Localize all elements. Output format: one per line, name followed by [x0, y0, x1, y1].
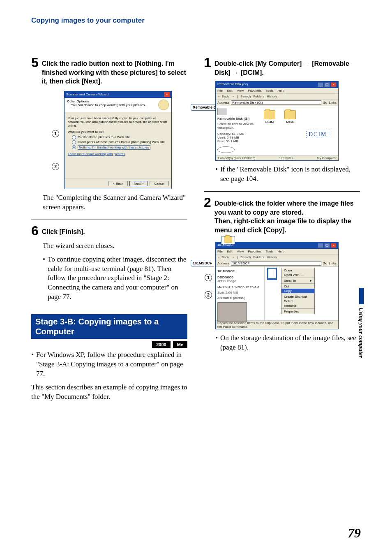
ctx-shortcut[interactable]: Create Shortcut — [281, 294, 314, 299]
folders-button[interactable]: Folders — [253, 95, 264, 98]
wizard-learn-more-link[interactable]: Learn more about working with pictures — [68, 152, 168, 156]
explorer2-folder-tab — [221, 236, 235, 244]
wizard-cancel-button[interactable]: Cancel — [150, 181, 169, 186]
os-badge-2000: 2000 — [152, 341, 170, 348]
explorer2-sidepane: 101MSDCF DSC00050 JPEG Image Modified: 1… — [216, 267, 265, 320]
ctx-properties[interactable]: Properties — [281, 309, 314, 314]
maximize-icon[interactable]: ▢ — [324, 243, 330, 248]
minimize-icon[interactable]: _ — [318, 243, 323, 248]
callout-1: 1 — [52, 130, 59, 137]
folder-misc[interactable]: MISC — [282, 110, 298, 124]
maximize-icon[interactable]: ▢ — [324, 82, 330, 87]
image-file-icon — [268, 269, 276, 278]
address-label: Address — [217, 101, 229, 104]
explorer1-menubar[interactable]: File Edit View Favorites Tools Help — [216, 88, 338, 94]
explorer2-side-label: 101MSDCF — [191, 260, 214, 266]
wizard-next-button[interactable]: Next > — [129, 181, 148, 186]
wizard-title-text: Scanner and Camera Wizard — [66, 93, 108, 96]
stage-body: This section describes an example of cop… — [31, 383, 187, 402]
close-icon[interactable]: × — [331, 82, 337, 87]
context-menu[interactable]: Open Open With … Send To▸ Cut Copy Creat… — [281, 268, 315, 314]
wizard-option-nothing[interactable]: Nothing. I'm finished working with these… — [72, 145, 168, 150]
step-2-number: 2 — [204, 196, 211, 209]
address-input[interactable]: Removable Disk (G:) — [231, 100, 321, 105]
minimize-icon[interactable]: _ — [318, 82, 323, 87]
wizard-icon — [158, 100, 169, 110]
address-label: Address — [217, 262, 229, 265]
stage-bullet: • For Windows XP, follow the procedure e… — [31, 350, 187, 379]
image-file-selected[interactable] — [267, 268, 277, 280]
pie-icon — [217, 146, 235, 153]
page-number: 79 — [348, 526, 361, 541]
step-6: 6 Click [Finish]. — [31, 226, 187, 237]
step-5: 5 Click the radio button next to [Nothin… — [31, 58, 187, 86]
links-button[interactable]: Links — [329, 262, 337, 265]
wizard-option-publish[interactable]: Publish these pictures to a Web site — [72, 135, 168, 139]
callout-2: 2 — [52, 163, 59, 170]
ctx-send-to[interactable]: Send To▸ — [281, 278, 314, 283]
ctx-delete[interactable]: Delete — [281, 299, 314, 303]
drive-icon — [217, 108, 227, 115]
os-badges: 2000 Me — [31, 341, 187, 348]
step-6-number: 6 — [31, 224, 39, 237]
explorer1-title: Removable Disk (G:) — [217, 82, 248, 87]
dcim-callout: DCIM — [307, 131, 329, 138]
step-6-bullet-text: To continue copying other images, discon… — [48, 255, 187, 302]
close-icon[interactable]: × — [331, 243, 337, 248]
step-2-text: Double-click the folder where the image … — [214, 197, 360, 234]
step-2-bullet: • On the storage destination of the imag… — [215, 333, 360, 352]
separator — [31, 220, 187, 220]
explorer1-filelist[interactable]: DCIM MISC DCIM — [257, 106, 338, 155]
search-button[interactable]: Search — [240, 255, 251, 259]
side-tab-label: Using your computer — [356, 308, 364, 358]
explorer1-toolbar[interactable]: ← Back →| Search Folders History — [216, 94, 338, 100]
step-1: 1 Double-click [My Computer] → [Removabl… — [204, 58, 360, 77]
go-button[interactable]: Go — [323, 101, 327, 104]
thumbnail-preview — [217, 302, 247, 322]
step-1-text: Double-click [My Computer] → [Removable … — [214, 58, 360, 77]
explorer1-statusbar: 1 object(s) (plus 2 hidden) 123 bytes My… — [216, 155, 338, 160]
page-header: Copying images to your computer — [31, 16, 361, 25]
stage-3b-heading: Stage 3-B: Copying images to a Computer — [31, 314, 187, 339]
stage-bullet-text: For Windows XP, follow the procedure exp… — [36, 350, 187, 379]
wizard-back-button[interactable]: < Back — [108, 181, 128, 186]
callout-1b: 1 — [205, 274, 212, 281]
go-button[interactable]: Go — [323, 262, 327, 265]
wizard-screenshot: 1 2 Scanner and Camera Wizard × Other Op… — [48, 91, 171, 189]
wizard-header-sub: You can choose to keep working with your… — [71, 103, 146, 107]
explorer2-toolbar[interactable]: ← Back →| Search Folders History — [216, 255, 338, 260]
close-icon[interactable]: × — [164, 92, 170, 97]
ctx-open-with[interactable]: Open With … — [281, 273, 314, 277]
ctx-cut[interactable]: Cut — [281, 284, 314, 289]
search-button[interactable]: Search — [240, 95, 251, 98]
wizard-option-order[interactable]: Order prints of these pictures from a ph… — [72, 140, 168, 144]
history-button[interactable]: History — [267, 255, 277, 259]
links-button[interactable]: Links — [329, 101, 337, 104]
explorer2-filelist[interactable]: Open Open With … Send To▸ Cut Copy Creat… — [265, 267, 338, 320]
explorer-101msdcf: 101MSDCF _ ▢ × File Edit View Favorites — [215, 242, 339, 329]
step-1-number: 1 — [204, 56, 211, 69]
step-1-bullet-text: If the "Removable Disk" icon is not disp… — [220, 165, 360, 184]
os-badge-me: Me — [173, 341, 187, 348]
explorer2-statusbar: Copies the selected items to the Clipboa… — [216, 320, 338, 329]
folders-button[interactable]: Folders — [253, 255, 264, 259]
explorer2-menubar[interactable]: File Edit View Favorites Tools Help — [216, 249, 338, 255]
ctx-rename[interactable]: Rename — [281, 303, 314, 308]
ctx-copy[interactable]: Copy — [281, 289, 314, 293]
ctx-open[interactable]: Open — [281, 268, 314, 273]
folder-dcim[interactable]: DCIM — [261, 110, 278, 124]
side-tab-bar — [359, 288, 364, 304]
step-5-result: The "Completing the Scanner and Camera W… — [43, 193, 187, 212]
step-5-number: 5 — [31, 56, 39, 69]
back-button[interactable]: ← Back — [217, 255, 229, 259]
step-6-result: The wizard screen closes. — [43, 241, 187, 251]
step-2-bullet-text: On the storage destination of the image … — [220, 333, 360, 352]
back-button[interactable]: ← Back — [217, 95, 229, 98]
explorer1-sidepane: Removable Disk (G:) Select an item to vi… — [216, 106, 257, 155]
left-column: 5 Click the radio button next to [Nothin… — [31, 58, 187, 406]
address-input[interactable]: 101MSDCF — [231, 261, 321, 266]
history-button[interactable]: History — [267, 95, 277, 98]
side-tab: Using your computer — [356, 288, 364, 387]
step-2: 2 Double-click the folder where the imag… — [204, 197, 360, 234]
callout-2b: 2 — [205, 291, 212, 299]
